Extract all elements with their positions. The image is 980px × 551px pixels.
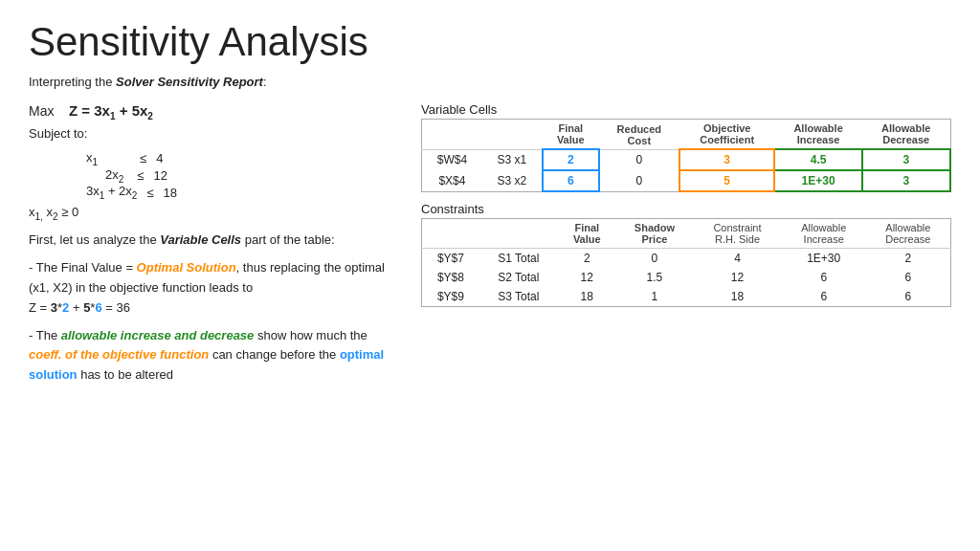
table-row: $Y$9 S3 Total 18 1 18 6 6 — [422, 287, 951, 307]
vr1-name: S3 x1 — [482, 149, 543, 170]
vh-allow-dec: AllowableDecrease — [862, 120, 950, 150]
vr1-reduced-cost: 0 — [599, 149, 679, 170]
vr2-allow-dec: 3 — [862, 170, 950, 191]
vr2-reduced-cost: 0 — [599, 170, 679, 191]
vh-cell — [422, 120, 482, 150]
page-title: Sensitivity Analysis — [29, 19, 951, 65]
left-panel: Max Z = 3x1 + 5x2 Subject to: x1 ≤ 4 2x2… — [29, 102, 392, 393]
constraint-2: 2x2 ≤ 12 — [105, 167, 392, 185]
vr2-obj-coeff: 5 — [679, 170, 774, 191]
cr1-allow-dec: 2 — [866, 249, 951, 269]
variable-cells-section: Variable Cells FinalValue ReducedCost Ob… — [421, 102, 951, 192]
cr2-name: S2 Total — [479, 268, 558, 287]
vr1-final-value: 2 — [543, 149, 599, 170]
cr1-shadow-price: 0 — [616, 249, 694, 269]
cr3-rhs: 18 — [693, 287, 782, 307]
vh-reduced-cost: ReducedCost — [599, 120, 679, 150]
cr2-allow-inc: 6 — [782, 268, 866, 287]
ch-allow-dec: AllowableDecrease — [866, 219, 951, 249]
allowable-text: - The allowable increase and decrease sh… — [29, 326, 392, 386]
cr2-final-value: 12 — [558, 268, 616, 287]
cr1-name: S1 Total — [479, 249, 558, 269]
table-row: $W$4 S3 x1 2 0 3 4.5 3 — [422, 149, 951, 170]
constraints-table: FinalValue ShadowPrice ConstraintR.H. Si… — [421, 218, 951, 307]
final-value-text: - The Final Value = Optimal Solution, th… — [29, 258, 392, 318]
ch-allow-inc: AllowableIncrease — [782, 219, 866, 249]
cr2-rhs: 12 — [693, 268, 782, 287]
table-row: $X$4 S3 x2 6 0 5 1E+30 3 — [422, 170, 951, 191]
constraints-label: Constraints — [421, 202, 951, 216]
variable-cells-header-row: FinalValue ReducedCost ObjectiveCoeffici… — [422, 120, 951, 150]
vr2-name: S3 x2 — [482, 170, 543, 191]
ch-cell — [422, 219, 479, 249]
non-negativity: x1, x2 ≥ 0 — [29, 205, 392, 222]
cr3-shadow-price: 1 — [616, 287, 694, 307]
max-label: Max — [29, 103, 54, 119]
ch-rhs: ConstraintR.H. Side — [693, 219, 782, 249]
variable-cells-table: FinalValue ReducedCost ObjectiveCoeffici… — [421, 119, 951, 192]
vh-obj-coeff: ObjectiveCoefficient — [679, 120, 774, 150]
cr1-allow-inc: 1E+30 — [782, 249, 866, 269]
variable-cells-label: Variable Cells — [421, 102, 951, 117]
objective-function: Max Z = 3x1 + 5x2 — [29, 102, 392, 121]
subtitle-bold: Solver Sensitivity Report — [116, 75, 263, 89]
vh-final-value: FinalValue — [543, 120, 599, 150]
right-panel: Variable Cells FinalValue ReducedCost Ob… — [421, 102, 951, 393]
cr3-allow-inc: 6 — [782, 287, 866, 307]
vr1-allow-inc: 4.5 — [774, 149, 861, 170]
vr1-obj-coeff: 3 — [679, 149, 774, 170]
vr1-allow-dec: 3 — [862, 149, 950, 170]
cr2-shadow-price: 1.5 — [616, 268, 694, 287]
vr2-allow-inc: 1E+30 — [774, 170, 861, 191]
subtitle: Interpreting the Solver Sensitivity Repo… — [29, 75, 951, 89]
subtitle-prefix: Interpreting the — [29, 75, 116, 89]
cr3-cell: $Y$9 — [422, 287, 479, 307]
subtitle-suffix: : — [263, 75, 267, 89]
cr3-name: S3 Total — [479, 287, 558, 307]
constraint-3: 3x1 + 2x2 ≤ 18 — [86, 184, 392, 201]
cr3-allow-dec: 6 — [866, 287, 951, 307]
vr1-cell: $W$4 — [422, 149, 482, 170]
cr3-final-value: 18 — [558, 287, 616, 307]
subject-to-label: Subject to: — [29, 123, 392, 144]
objective-eq: Z = 3x1 + 5x2 — [69, 102, 153, 119]
content-area: Max Z = 3x1 + 5x2 Subject to: x1 ≤ 4 2x2… — [29, 102, 951, 393]
ch-shadow-price: ShadowPrice — [616, 219, 694, 249]
cr2-allow-dec: 6 — [866, 268, 951, 287]
table-row: $Y$7 S1 Total 2 0 4 1E+30 2 — [422, 249, 951, 269]
cr1-rhs: 4 — [693, 249, 782, 269]
vh-name — [482, 120, 543, 150]
analysis-intro-text: First, let us analyze the Variable Cells… — [29, 231, 392, 251]
vr2-final-value: 6 — [543, 170, 599, 191]
ch-name — [479, 219, 558, 249]
vh-allow-inc: AllowableIncrease — [774, 120, 861, 150]
constraints-section: Constraints FinalValue ShadowPrice Const… — [421, 202, 951, 307]
cr2-cell: $Y$8 — [422, 268, 479, 287]
ch-final-value: FinalValue — [558, 219, 616, 249]
table-row: $Y$8 S2 Total 12 1.5 12 6 6 — [422, 268, 951, 287]
vr2-cell: $X$4 — [422, 170, 482, 191]
cr1-cell: $Y$7 — [422, 249, 479, 269]
constraints-header-row: FinalValue ShadowPrice ConstraintR.H. Si… — [422, 219, 951, 249]
page: Sensitivity Analysis Interpreting the So… — [0, 0, 980, 412]
cr1-final-value: 2 — [558, 249, 616, 269]
constraint-1: x1 ≤ 4 — [86, 150, 392, 167]
